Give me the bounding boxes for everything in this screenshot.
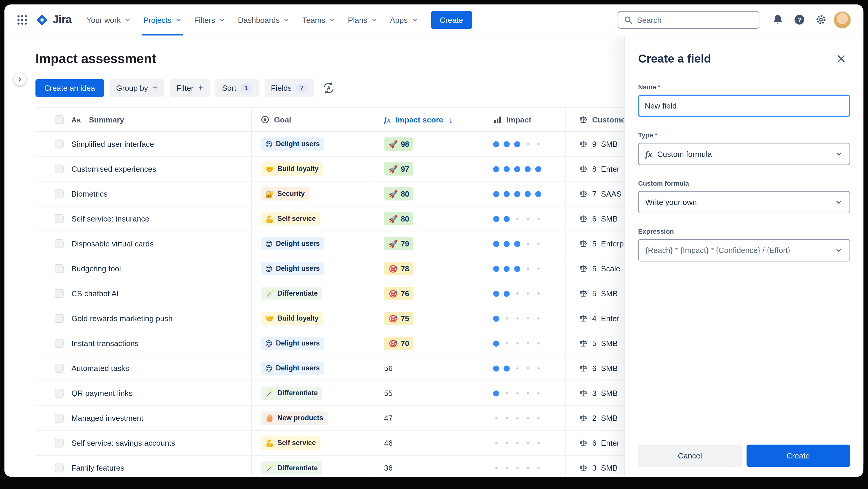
jira-logo[interactable]: Jira xyxy=(36,13,72,26)
goal-pill[interactable]: 🥚 New products xyxy=(261,411,328,425)
row-checkbox[interactable] xyxy=(55,364,64,373)
impact-rating[interactable] xyxy=(484,431,566,455)
row-checkbox[interactable] xyxy=(55,239,64,248)
nav-projects[interactable]: Projects xyxy=(137,4,188,35)
cancel-button[interactable]: Cancel xyxy=(638,445,742,467)
search-box[interactable] xyxy=(618,11,759,28)
idea-summary[interactable]: Instant transactions xyxy=(71,339,139,348)
idea-summary[interactable]: Managed investment xyxy=(71,414,144,423)
idea-summary[interactable]: Self service: insurance xyxy=(71,214,149,223)
goal-pill[interactable]: 😍 Delight users xyxy=(261,237,324,250)
table-row[interactable]: Gold rewards marketing push 🤝 Build loya… xyxy=(36,306,696,331)
table-row[interactable]: Instant transactions 😍 Delight users 🎯 7… xyxy=(36,331,696,356)
table-row[interactable]: Self service: insurance 💪 Self service 🚀… xyxy=(36,207,696,232)
idea-summary[interactable]: Budgeting tool xyxy=(71,264,121,273)
row-checkbox[interactable] xyxy=(55,264,64,273)
impact-rating[interactable] xyxy=(484,381,566,405)
group-by-button[interactable]: Group by + xyxy=(110,79,164,97)
table-row[interactable]: Managed investment 🥚 New products 47 xyxy=(36,406,696,431)
idea-summary[interactable]: QR payment links xyxy=(71,389,132,398)
notifications-button[interactable] xyxy=(769,11,786,28)
fields-button[interactable]: Fields 7 xyxy=(264,79,314,97)
table-row[interactable]: CS chatbot AI 🪄 Differentiate 🎯 76 xyxy=(36,281,696,306)
nav-dashboards[interactable]: Dashboards xyxy=(232,4,296,35)
row-checkbox[interactable] xyxy=(55,140,64,149)
idea-summary[interactable]: Family features xyxy=(71,463,124,472)
table-row[interactable]: Disposable virtual cards 😍 Delight users… xyxy=(36,232,696,257)
table-row[interactable]: Budgeting tool 😍 Delight users 🎯 78 xyxy=(36,257,696,281)
row-checkbox[interactable] xyxy=(55,439,64,448)
refresh-fields-button[interactable]: A xyxy=(320,79,338,97)
goal-pill[interactable]: 🪄 Differentiate xyxy=(261,387,322,400)
type-select[interactable]: fx Custom formula xyxy=(638,143,850,165)
idea-summary[interactable]: Simplified user interface xyxy=(71,140,154,149)
user-avatar[interactable] xyxy=(833,11,851,28)
nav-your-work[interactable]: Your work xyxy=(81,4,137,35)
column-header-impact-score[interactable]: fx Impact score ↓ xyxy=(375,108,484,131)
impact-rating[interactable] xyxy=(484,306,566,330)
table-row[interactable]: Family features 🪄 Differentiate 36 xyxy=(36,456,696,477)
table-row[interactable]: Customised experiences 🤝 Build loyalty 🚀… xyxy=(36,157,696,182)
goal-pill[interactable]: 😍 Delight users xyxy=(261,262,324,275)
row-checkbox[interactable] xyxy=(55,314,64,323)
expression-select[interactable]: {Reach} * {Impact} * {Confidence} / {Eff… xyxy=(638,239,850,262)
impact-rating[interactable] xyxy=(484,456,566,477)
impact-rating[interactable] xyxy=(484,356,566,380)
row-checkbox[interactable] xyxy=(55,214,64,223)
expand-sidebar-button[interactable] xyxy=(13,73,27,86)
table-row[interactable]: QR payment links 🪄 Differentiate 55 xyxy=(36,381,696,406)
idea-summary[interactable]: Disposable virtual cards xyxy=(71,239,154,248)
create-idea-button[interactable]: Create an idea xyxy=(36,79,104,97)
close-panel-button[interactable] xyxy=(832,50,850,67)
impact-rating[interactable] xyxy=(484,406,566,430)
table-row[interactable]: Simplified user interface 😍 Delight user… xyxy=(36,132,696,156)
goal-pill[interactable]: 💪 Self service xyxy=(261,212,320,225)
row-checkbox[interactable] xyxy=(55,414,64,423)
goal-pill[interactable]: 🔐 Security xyxy=(261,187,309,200)
table-row[interactable]: Biometrics 🔐 Security 🚀 80 7 xyxy=(36,182,696,207)
sort-button[interactable]: Sort 1 xyxy=(215,79,259,97)
select-all-checkbox[interactable] xyxy=(55,115,64,124)
goal-pill[interactable]: 😍 Delight users xyxy=(261,137,324,151)
impact-rating[interactable] xyxy=(484,281,566,306)
filter-button[interactable]: Filter + xyxy=(170,79,210,97)
goal-pill[interactable]: 🤝 Build loyalty xyxy=(261,312,323,325)
column-header-summary[interactable]: Aa Summary xyxy=(36,108,252,131)
nav-teams[interactable]: Teams xyxy=(296,4,342,35)
idea-summary[interactable]: Self service: savings accounts xyxy=(71,439,175,448)
impact-rating[interactable] xyxy=(484,132,566,156)
help-button[interactable]: ? xyxy=(790,11,808,28)
row-checkbox[interactable] xyxy=(55,463,64,472)
row-checkbox[interactable] xyxy=(55,339,64,348)
table-row[interactable]: Automated tasks 😍 Delight users 56 xyxy=(36,356,696,381)
impact-rating[interactable] xyxy=(484,182,566,206)
idea-summary[interactable]: Automated tasks xyxy=(71,364,129,373)
nav-apps[interactable]: Apps xyxy=(384,4,424,35)
app-switcher-button[interactable] xyxy=(13,11,31,28)
create-field-button[interactable]: Create xyxy=(746,445,850,467)
goal-pill[interactable]: 🪄 Differentiate xyxy=(261,287,322,300)
goal-pill[interactable]: 🪄 Differentiate xyxy=(261,461,322,475)
impact-rating[interactable] xyxy=(484,232,566,256)
field-name-input[interactable] xyxy=(638,95,850,117)
impact-rating[interactable] xyxy=(484,207,566,231)
settings-button[interactable] xyxy=(812,11,830,28)
idea-summary[interactable]: Biometrics xyxy=(71,190,107,198)
impact-rating[interactable] xyxy=(484,157,566,181)
custom-formula-select[interactable]: Write your own xyxy=(638,191,850,213)
nav-plans[interactable]: Plans xyxy=(342,4,384,35)
search-input[interactable] xyxy=(637,15,753,24)
goal-pill[interactable]: 💪 Self service xyxy=(261,436,320,450)
goal-pill[interactable]: 😍 Delight users xyxy=(261,362,324,375)
table-row[interactable]: Self service: savings accounts 💪 Self se… xyxy=(36,431,696,456)
nav-filters[interactable]: Filters xyxy=(188,4,232,35)
row-checkbox[interactable] xyxy=(55,289,64,298)
impact-rating[interactable] xyxy=(484,257,566,281)
column-header-goal[interactable]: Goal xyxy=(252,108,375,131)
goal-pill[interactable]: 🤝 Build loyalty xyxy=(261,162,323,176)
idea-summary[interactable]: Customised experiences xyxy=(71,165,156,173)
row-checkbox[interactable] xyxy=(55,389,64,398)
row-checkbox[interactable] xyxy=(55,190,64,198)
impact-rating[interactable] xyxy=(484,331,566,355)
idea-summary[interactable]: CS chatbot AI xyxy=(71,289,119,298)
